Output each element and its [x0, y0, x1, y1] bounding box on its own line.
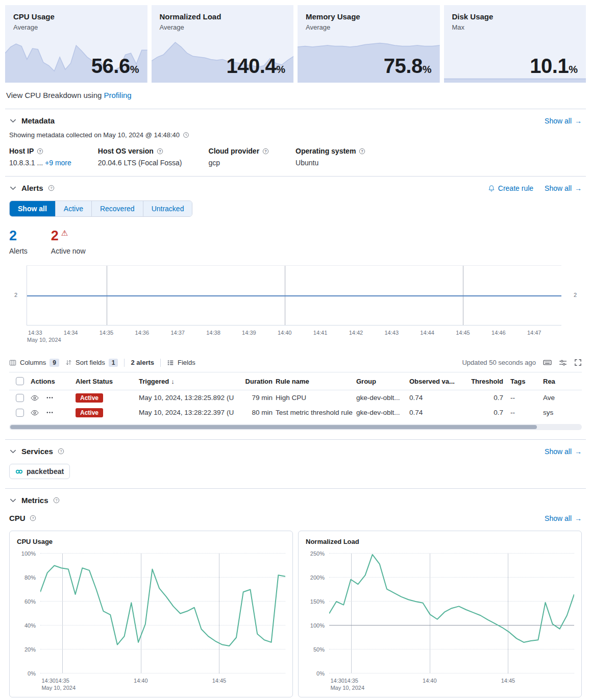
arrow-right-icon: →: [575, 447, 582, 456]
cpu-group-title: CPU: [9, 514, 26, 522]
metrics-show-all-link[interactable]: Show all→: [545, 514, 582, 522]
columns-grid-icon: [9, 359, 16, 366]
row-checkbox[interactable]: [16, 394, 24, 402]
timeline-plot-area[interactable]: [27, 265, 561, 326]
header-alert-status[interactable]: Alert Status: [72, 378, 136, 385]
filter-show-all[interactable]: Show all: [10, 201, 55, 216]
bell-icon: [488, 185, 495, 192]
kpi-value: 10.1%: [530, 55, 578, 78]
horizontal-scrollbar-track[interactable]: [9, 424, 582, 430]
metadata-field-cloud-provider: Cloud provider? gcp: [209, 147, 269, 167]
cpu-usage-plot-area[interactable]: [40, 554, 285, 673]
help-icon[interactable]: ?: [262, 148, 269, 155]
chevron-down-icon: [9, 184, 17, 192]
kpi-card-cpu-usage[interactable]: CPU Usage Average 56.6%: [5, 5, 147, 83]
kpi-card-disk-usage[interactable]: Disk Usage Max 10.1%: [444, 5, 586, 83]
kpi-title: Normalized Load: [160, 12, 286, 21]
row-actions-menu-button[interactable]: [46, 394, 54, 402]
header-tags[interactable]: Tags: [503, 378, 536, 385]
select-all-checkbox[interactable]: [16, 377, 24, 385]
header-threshold[interactable]: Threshold: [456, 378, 503, 385]
columns-button[interactable]: Columns 9: [9, 359, 59, 367]
help-icon[interactable]: ?: [30, 515, 36, 521]
services-section: Services ? Show all→ packetbeat: [0, 440, 591, 488]
display-options-button[interactable]: [559, 359, 567, 367]
kpi-card-normalized-load[interactable]: Normalized Load Average 140.4%: [152, 5, 294, 83]
packetbeat-icon: [15, 468, 23, 476]
kpi-title: Memory Usage: [306, 12, 432, 21]
cell-reason: Ave: [536, 394, 582, 402]
help-icon[interactable]: ?: [58, 448, 64, 455]
warning-icon: ⚠: [61, 229, 68, 237]
chart-title: CPU Usage: [17, 538, 285, 545]
cpu-usage-y-axis: 0%20%40%60%80%100%: [17, 554, 40, 673]
metadata-field-operating-system: Operating system? Ubuntu: [296, 147, 365, 167]
kpi-card-memory-usage[interactable]: Memory Usage Average 75.8%: [298, 5, 440, 83]
help-icon[interactable]: ?: [53, 497, 60, 504]
keyboard-shortcuts-button[interactable]: [543, 358, 552, 367]
chart-title: Normalized Load: [306, 538, 574, 545]
help-icon[interactable]: ?: [157, 148, 163, 155]
alerts-stats: 2 Alerts 2⚠ Active now: [9, 229, 582, 255]
kpi-subtitle: Average: [13, 23, 139, 31]
filter-recovered[interactable]: Recovered: [91, 201, 143, 216]
eye-icon: [31, 409, 39, 417]
metadata-fields: Host IP? 10.8.3.1 ... +9 more Host OS ve…: [9, 147, 582, 167]
normalized-load-chart-panel: Normalized Load 0%50%100%150%200%250% 14…: [298, 531, 582, 697]
fields-button[interactable]: Fields: [167, 359, 195, 366]
cell-threshold: 0.7: [456, 394, 503, 402]
service-name: packetbeat: [27, 467, 64, 476]
create-rule-link[interactable]: Create rule: [488, 184, 533, 192]
header-reason[interactable]: Rea: [536, 378, 582, 385]
services-show-all-link[interactable]: Show all→: [545, 447, 582, 456]
sort-fields-button[interactable]: Sort fields 1: [65, 359, 118, 367]
kpi-value: 56.6%: [91, 55, 139, 78]
row-checkbox[interactable]: [16, 409, 24, 417]
filter-active[interactable]: Active: [55, 201, 91, 216]
metadata-collapse-button[interactable]: [9, 117, 17, 124]
cell-reason: sys: [536, 409, 582, 416]
svg-text:?: ?: [159, 148, 161, 153]
services-title: Services: [21, 447, 53, 456]
header-rule-name[interactable]: Rule name: [273, 378, 353, 385]
alerts-grid-toolbar: Columns 9 Sort fields 1 2 alerts Fields …: [9, 358, 582, 367]
header-duration[interactable]: Duration: [239, 378, 273, 385]
metadata-show-all-link[interactable]: Show all→: [545, 117, 582, 125]
profiling-note-text: View CPU Breakdown using: [6, 91, 102, 99]
filter-untracked[interactable]: Untracked: [143, 201, 192, 216]
metrics-collapse-button[interactable]: [9, 496, 17, 504]
help-icon[interactable]: ?: [37, 148, 43, 155]
host-ip-more-link[interactable]: +9 more: [45, 159, 71, 167]
alerts-show-all-link[interactable]: Show all→: [545, 184, 582, 192]
kpi-subtitle: Max: [452, 23, 578, 31]
view-alert-button[interactable]: [31, 409, 39, 417]
cell-duration: 79 min: [239, 394, 273, 402]
alerts-section: Alerts ? Create rule Show all→ Show all …: [0, 177, 591, 439]
table-row: Active May 10, 2024, 13:28:22.397 (U 80 …: [9, 405, 582, 420]
header-group[interactable]: Group: [353, 378, 406, 385]
kpi-title: CPU Usage: [13, 12, 139, 21]
timeline-y-label-left: 2: [14, 292, 17, 298]
view-alert-button[interactable]: [31, 394, 39, 402]
status-badge: Active: [76, 408, 103, 417]
help-icon[interactable]: ?: [48, 185, 55, 191]
row-actions-menu-button[interactable]: [46, 409, 54, 416]
ellipsis-icon: [46, 409, 54, 416]
horizontal-scrollbar-thumb[interactable]: [10, 425, 537, 429]
alerts-filter-group: Show all Active Recovered Untracked: [9, 201, 192, 217]
alerts-collapse-button[interactable]: [9, 184, 17, 192]
normalized-load-plot-area[interactable]: [329, 554, 574, 673]
cell-group: gke-dev-oblt...: [353, 394, 406, 402]
help-icon[interactable]: ?: [359, 148, 365, 155]
chevron-down-icon: [9, 447, 17, 455]
profiling-link[interactable]: Profiling: [104, 91, 132, 99]
timeline-x-axis: 14:3314:3414:3514:3614:3714:3814:3914:40…: [27, 326, 561, 345]
service-chip-packetbeat[interactable]: packetbeat: [9, 464, 70, 479]
header-observed-value[interactable]: Observed va...: [406, 378, 456, 385]
header-triggered[interactable]: Triggered↓: [136, 378, 239, 385]
cpu-usage-x-axis: 14:3014:3514:4014:45May 10, 2024: [40, 673, 285, 694]
sort-icon: [65, 359, 72, 366]
services-collapse-button[interactable]: [9, 447, 17, 455]
fullscreen-button[interactable]: [574, 359, 582, 366]
normalized-load-y-axis: 0%50%100%150%200%250%: [306, 554, 329, 673]
